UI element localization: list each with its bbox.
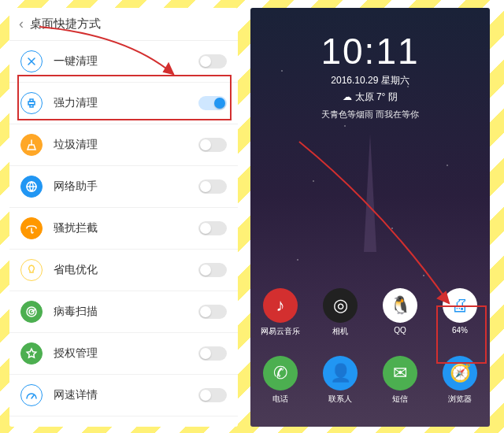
shortcut-list: 一键清理强力清理垃圾清理网络助手骚扰拦截省电优化病毒扫描授权管理网速详情: [9, 41, 238, 427]
app-row2-2[interactable]: ✉短信: [376, 356, 424, 405]
app-row2-0[interactable]: ✆电话: [257, 356, 304, 405]
back-icon[interactable]: ‹: [19, 16, 24, 32]
app-label: 浏览器: [436, 394, 484, 405]
toggle[interactable]: [198, 221, 227, 235]
app-icon: ✆: [263, 356, 298, 390]
row-label: 网络助手: [54, 179, 187, 194]
row-label: 授权管理: [54, 346, 187, 361]
app-row2-1[interactable]: 👤联系人: [317, 356, 364, 405]
shortcut-row-5[interactable]: 省电优化: [9, 250, 238, 291]
app-label: 64%: [436, 326, 484, 335]
clock-widget: 10:11 2016.10.29 星期六 ☁ 太原 7° 阴 天青色等烟雨 而我…: [250, 30, 490, 120]
toggle[interactable]: [198, 305, 227, 319]
row-label: 垃圾清理: [54, 138, 187, 152]
app-icon: 👤: [323, 356, 358, 390]
app-icon: ✉: [383, 356, 417, 390]
toggle[interactable]: [198, 138, 227, 152]
app-label: 联系人: [317, 394, 364, 405]
shortcut-row-7[interactable]: 授权管理: [9, 333, 238, 375]
globe-icon: [20, 176, 43, 198]
app-label: 电话: [257, 394, 304, 405]
lyric-line: 天青色等烟雨 而我在等你: [250, 109, 490, 120]
radar-icon: [20, 301, 43, 323]
row-label: 网速详情: [54, 388, 187, 402]
shortcut-row-4[interactable]: 骚扰拦截: [9, 208, 238, 250]
toggle[interactable]: [198, 54, 227, 68]
weather-line: ☁ 太原 7° 阴: [250, 91, 490, 104]
row-label: 省电优化: [54, 263, 187, 277]
shortcut-row-8[interactable]: 网速详情: [9, 375, 238, 416]
row-label: 强力清理: [54, 96, 187, 110]
star-icon: [20, 342, 43, 365]
arrow-to-setting: [32, 19, 189, 90]
row-label: 病毒扫描: [54, 305, 187, 319]
toggle[interactable]: [198, 179, 227, 194]
app-row2-3[interactable]: 🧭浏览器: [436, 356, 484, 405]
app-label: 短信: [376, 394, 424, 405]
printer-icon: [20, 92, 43, 114]
app-label: QQ: [376, 326, 424, 335]
arrow-to-widget: [291, 134, 472, 315]
bulb-icon: [20, 259, 43, 281]
broom-icon: [20, 134, 43, 156]
toggle[interactable]: [198, 346, 227, 361]
shortcut-row-3[interactable]: 网络助手: [9, 166, 238, 208]
shortcut-row-2[interactable]: 垃圾清理: [9, 124, 238, 166]
dock-row: ✆电话👤联系人✉短信🧭浏览器: [250, 356, 490, 405]
app-label: 相机: [317, 326, 364, 337]
toggle[interactable]: [198, 263, 227, 277]
clock-date: 2016.10.29 星期六: [250, 74, 490, 87]
clock-time: 10:11: [250, 30, 490, 72]
shortcut-row-6[interactable]: 病毒扫描: [9, 291, 238, 333]
cloud-icon: ☁: [343, 91, 352, 102]
app-label: 网易云音乐: [257, 326, 304, 337]
row-label: 骚扰拦截: [54, 221, 187, 235]
speed-icon: [20, 384, 43, 406]
toggle[interactable]: [198, 96, 227, 110]
app-icon: 🧭: [443, 356, 477, 390]
toggle[interactable]: [198, 388, 227, 402]
umbrella-icon: [20, 217, 43, 239]
